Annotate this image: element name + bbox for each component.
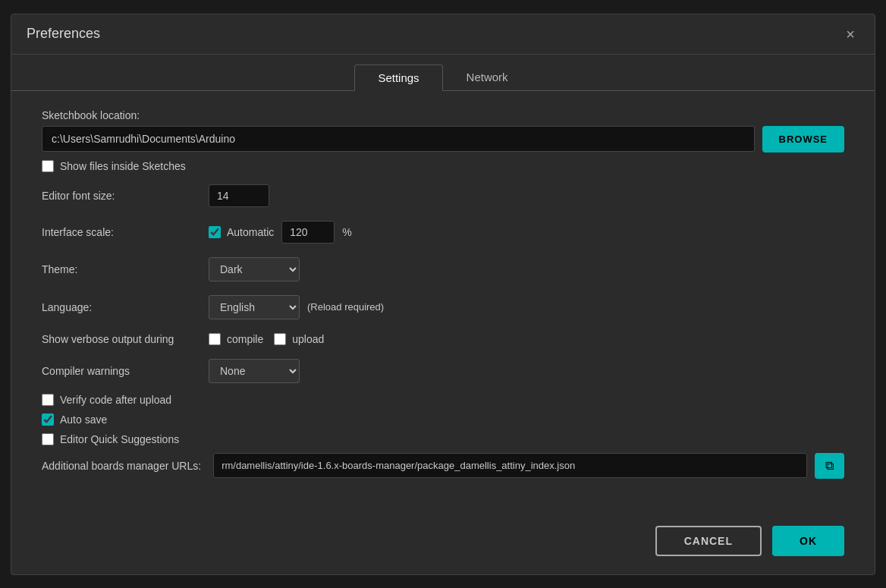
theme-row: Theme: Dark Light System (42, 257, 844, 281)
font-size-input[interactable] (209, 184, 269, 207)
upload-checkbox[interactable] (274, 333, 286, 345)
sketchbook-section: Sketchbook location: BROWSE (42, 109, 844, 153)
scale-controls: Automatic % (209, 221, 352, 244)
font-size-label: Editor font size: (42, 190, 209, 202)
preferences-dialog: Preferences × Settings Network Sketchboo… (11, 14, 875, 575)
compiler-warnings-select[interactable]: None Default More All (209, 359, 300, 383)
sketchbook-input[interactable] (42, 126, 755, 152)
verbose-label: Show verbose output during (42, 333, 209, 345)
automatic-checkbox[interactable] (209, 226, 221, 238)
verbose-controls: compile upload (209, 333, 324, 345)
open-icon: ⧉ (825, 459, 834, 473)
editor-quick-suggestions-label[interactable]: Editor Quick Suggestions (42, 433, 179, 445)
cancel-button[interactable]: CANCEL (655, 526, 762, 556)
percent-label: % (342, 226, 351, 238)
tab-settings[interactable]: Settings (354, 64, 442, 91)
upload-label[interactable]: upload (274, 333, 324, 345)
language-label: Language: (42, 301, 209, 313)
verbose-row: Show verbose output during compile uploa… (42, 333, 844, 345)
language-select[interactable]: English Deutsch Español (209, 295, 300, 319)
reload-note: (Reload required) (307, 301, 384, 313)
boards-manager-label: Additional boards manager URLs: (42, 460, 201, 472)
auto-save-row: Auto save (42, 413, 844, 426)
editor-quick-suggestions-checkbox[interactable] (42, 433, 54, 445)
dialog-footer: CANCEL OK (11, 514, 875, 574)
close-button[interactable]: × (841, 25, 859, 43)
tab-network[interactable]: Network (443, 64, 532, 90)
compile-checkbox[interactable] (209, 333, 221, 345)
boards-manager-row: Additional boards manager URLs: ⧉ (42, 453, 844, 479)
sketchbook-label: Sketchbook location: (42, 109, 140, 121)
compiler-warnings-label: Compiler warnings (42, 365, 209, 377)
verify-code-row: Verify code after upload (42, 394, 844, 406)
auto-save-checkbox[interactable] (42, 413, 54, 426)
ok-button[interactable]: OK (772, 526, 844, 556)
verify-code-label[interactable]: Verify code after upload (42, 394, 171, 406)
interface-scale-row: Interface scale: Automatic % (42, 221, 844, 244)
show-files-row: Show files inside Sketches (42, 160, 844, 172)
compile-label[interactable]: compile (209, 333, 263, 345)
theme-select[interactable]: Dark Light System (209, 257, 300, 281)
tabs-container: Settings Network (11, 55, 875, 91)
editor-quick-row: Editor Quick Suggestions (42, 433, 844, 445)
dialog-title: Preferences (27, 26, 100, 42)
font-size-row: Editor font size: (42, 184, 844, 207)
boards-manager-input[interactable] (213, 453, 807, 478)
scale-input[interactable] (281, 221, 335, 244)
compiler-row: Compiler warnings None Default More All (42, 359, 844, 383)
show-files-checkbox[interactable] (42, 160, 54, 172)
dialog-header: Preferences × (11, 14, 875, 55)
show-files-label[interactable]: Show files inside Sketches (42, 160, 186, 172)
verify-code-checkbox[interactable] (42, 394, 54, 406)
theme-label: Theme: (42, 263, 209, 275)
open-boards-button[interactable]: ⧉ (815, 453, 844, 479)
auto-save-label[interactable]: Auto save (42, 413, 107, 426)
sketchbook-input-row: BROWSE (42, 126, 844, 153)
language-row: Language: English Deutsch Español (Reloa… (42, 295, 844, 319)
interface-scale-label: Interface scale: (42, 226, 209, 238)
automatic-label[interactable]: Automatic (209, 226, 274, 238)
browse-button[interactable]: BROWSE (762, 126, 845, 153)
settings-content: Sketchbook location: BROWSE Show files i… (11, 91, 875, 514)
